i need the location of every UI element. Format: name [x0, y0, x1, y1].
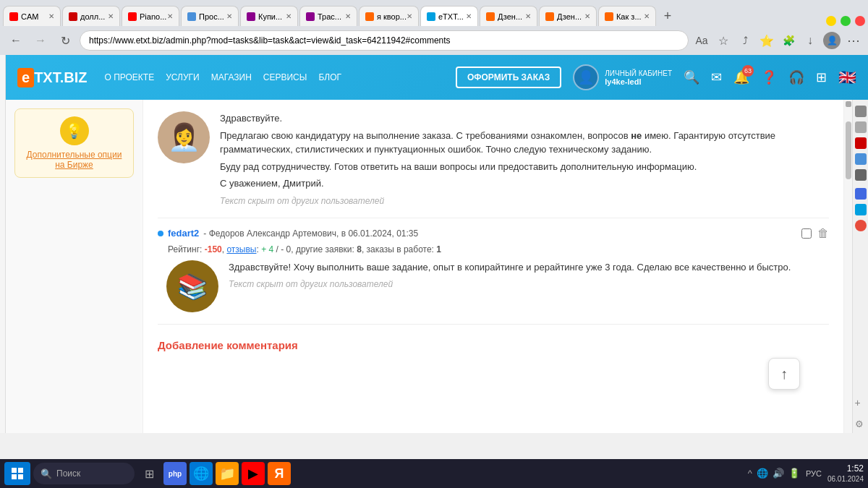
sys-speaker-icon[interactable]: 🔊: [773, 468, 784, 479]
reload-button[interactable]: ↻: [55, 30, 75, 51]
side-panel-expand[interactable]: +: [855, 397, 867, 408]
extensions-icon[interactable]: 🧩: [780, 32, 797, 49]
start-button[interactable]: [4, 462, 30, 485]
address-bar[interactable]: https://www.etxt.biz/admin.php?mod=tasks…: [80, 30, 689, 51]
nav-services[interactable]: УСЛУГИ: [166, 72, 200, 82]
promo-icon: 💡: [60, 116, 89, 145]
search-taskbar-icon: 🔍: [41, 468, 52, 479]
sys-battery-icon[interactable]: 🔋: [788, 468, 800, 479]
order-button[interactable]: ОФОРМИТЬ ЗАКАЗ: [456, 67, 561, 88]
browser-tab-10[interactable]: Дзен... ✕: [539, 6, 597, 26]
comment-2-author[interactable]: fedart2: [168, 228, 199, 239]
tab-close-8[interactable]: ✕: [466, 12, 472, 20]
side-panel-icon-3[interactable]: [855, 137, 867, 149]
tab-close-11[interactable]: ✕: [644, 12, 650, 20]
comment-2-checkbox[interactable]: [801, 228, 812, 239]
tab-close-9[interactable]: ✕: [525, 12, 531, 20]
support-icon[interactable]: 🎧: [788, 69, 804, 85]
side-panel-settings[interactable]: ⚙: [855, 419, 867, 430]
side-panel-icon-2[interactable]: [855, 121, 867, 133]
tab-close-7[interactable]: ✕: [407, 12, 412, 20]
comment-2-hidden: Текст скрыт от других пользователей: [229, 279, 393, 289]
browser-tab-6[interactable]: Трас... ✕: [299, 6, 357, 26]
add-comment-section: Добавление комментария: [158, 333, 829, 357]
tab-close-1[interactable]: ✕: [48, 12, 54, 20]
comment-1-avatar: 👩‍💼: [158, 111, 210, 163]
back-button[interactable]: ←: [6, 30, 26, 51]
taskbar-app-youtube[interactable]: ▶: [242, 462, 265, 485]
user-cabinet-label: ЛИЧНЫЙ КАБИНЕТ: [605, 69, 672, 77]
sys-tray-icon-1[interactable]: ^: [748, 468, 752, 479]
search-taskbar[interactable]: 🔍 Поиск: [33, 463, 135, 484]
promo-widget[interactable]: 💡 Дополнительные опции на Бирже: [14, 108, 134, 178]
browser-tab-5[interactable]: Купи... ✕: [240, 6, 298, 26]
username: ly4ke-ledl: [605, 77, 672, 86]
browser-tab-3[interactable]: Piano... ✕: [122, 6, 179, 26]
close-window-button[interactable]: [855, 16, 865, 26]
side-panel-icon-5[interactable]: [855, 169, 867, 181]
comment-2-meta: - Федоров Александр Артемович, в 06.01.2…: [203, 228, 418, 239]
bookmark-icon[interactable]: ☆: [715, 32, 732, 49]
nav-blog[interactable]: БЛОГ: [318, 72, 341, 82]
scroll-to-top-button[interactable]: ↑: [768, 358, 800, 390]
minimize-button[interactable]: [826, 16, 836, 26]
reviews-link[interactable]: отзывы: [226, 244, 256, 254]
menu-icon[interactable]: ⋯: [845, 32, 862, 49]
nav-about[interactable]: О ПРОЕКТЕ: [104, 72, 154, 82]
search-header-icon[interactable]: 🔍: [684, 69, 699, 85]
side-panel-icon-8[interactable]: [855, 220, 867, 231]
mail-icon[interactable]: ✉: [711, 69, 722, 85]
nav-shop[interactable]: МАГАЗИН: [211, 72, 252, 82]
forward-button[interactable]: →: [30, 30, 51, 51]
side-panel-icon-1[interactable]: [855, 106, 867, 117]
taskbar-app-edge[interactable]: 🌐: [190, 462, 213, 485]
collections-icon[interactable]: ⭐: [758, 32, 775, 49]
add-comment-title: Добавление комментария: [158, 339, 829, 351]
windows-logo-icon: [12, 468, 23, 479]
tab-close-2[interactable]: ✕: [108, 12, 114, 20]
share-icon[interactable]: ⤴: [736, 32, 754, 49]
new-tab-button[interactable]: +: [658, 6, 678, 26]
user-area: 👤 ЛИЧНЫЙ КАБИНЕТ ly4ke-ledl: [573, 64, 672, 90]
tab-close-10[interactable]: ✕: [584, 12, 590, 20]
nav-services2[interactable]: СЕРВИСЫ: [263, 72, 307, 82]
taskbar-app-php[interactable]: php: [163, 462, 187, 485]
tab-close-5[interactable]: ✕: [286, 12, 292, 20]
downloads-icon[interactable]: ↓: [801, 32, 819, 49]
comment-2-delete-icon[interactable]: 🗑: [817, 227, 829, 240]
browser-tab-2[interactable]: долл... ✕: [62, 6, 120, 26]
side-panel-icon-4[interactable]: [855, 153, 867, 165]
taskbar-lang[interactable]: РУС: [806, 469, 822, 478]
notifications-icon[interactable]: 🔔 63: [733, 69, 749, 85]
profiles-icon[interactable]: 👤: [823, 32, 841, 49]
maximize-button[interactable]: [841, 16, 851, 26]
read-mode-icon[interactable]: Aa: [693, 32, 710, 49]
taskbar-app-yandex[interactable]: Я: [268, 462, 291, 485]
browser-tab-8-active[interactable]: eTXT... ✕: [420, 6, 478, 26]
notification-badge: 63: [742, 65, 754, 77]
sys-network-icon[interactable]: 🌐: [757, 468, 768, 479]
user-avatar[interactable]: 👤: [573, 64, 599, 90]
promo-text[interactable]: Дополнительные опции на Бирже: [22, 150, 126, 170]
help-icon[interactable]: ❓: [761, 69, 777, 85]
browser-tab-7[interactable]: я квор... ✕: [359, 6, 419, 26]
comment-2: fedart2 - Федоров Александр Артемович, в…: [158, 227, 829, 312]
taskbar-sys-tray[interactable]: ^ 🌐 🔊 🔋: [748, 468, 800, 479]
svg-rect-0: [12, 468, 17, 473]
svg-rect-1: [18, 468, 23, 473]
taskbar-app-explorer[interactable]: 📁: [216, 462, 239, 485]
side-panel-icon-7[interactable]: [855, 204, 867, 215]
tab-close-3[interactable]: ✕: [167, 12, 173, 20]
browser-tab-1[interactable]: CAM ✕: [3, 6, 61, 26]
site-logo[interactable]: e TXT.BIZ: [17, 68, 87, 87]
browser-tab-4[interactable]: Прос... ✕: [181, 6, 239, 26]
tab-close-4[interactable]: ✕: [226, 12, 232, 20]
tab-close-6[interactable]: ✕: [345, 12, 351, 20]
browser-tab-11[interactable]: Как з... ✕: [598, 6, 656, 26]
grid-icon[interactable]: ⊞: [816, 69, 827, 85]
side-panel-icon-6[interactable]: [855, 188, 867, 200]
taskbar-task-view[interactable]: ⊞: [137, 462, 161, 485]
browser-tab-9[interactable]: Дзен... ✕: [480, 6, 537, 26]
language-flag[interactable]: 🇬🇧: [838, 69, 856, 86]
scrollbar-thumb[interactable]: [846, 121, 851, 179]
